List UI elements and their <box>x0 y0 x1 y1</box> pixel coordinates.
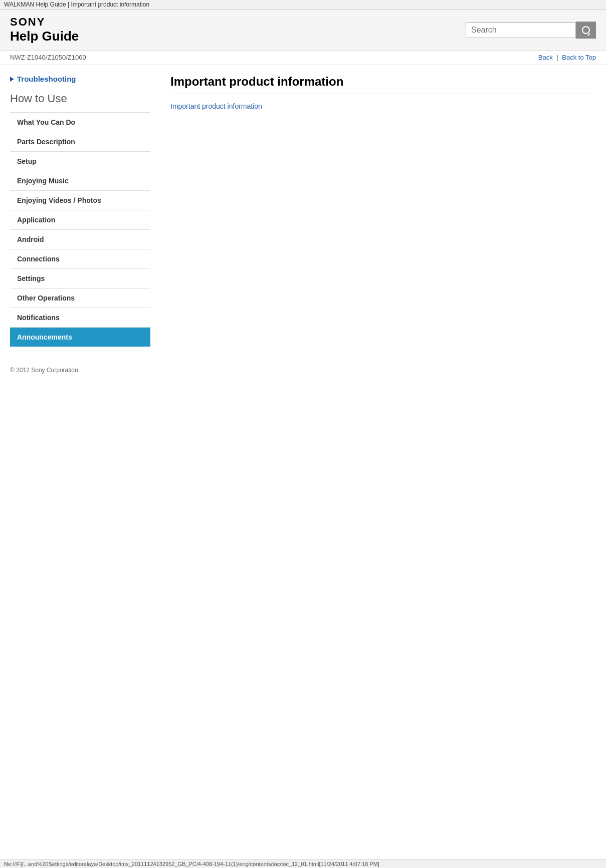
sidebar-item-other-operations[interactable]: Other Operations <box>10 288 150 308</box>
back-to-top-link[interactable]: Back to Top <box>562 54 596 61</box>
sidebar: Troubleshooting How to Use What You Can … <box>10 75 150 347</box>
sidebar-item-label-settings[interactable]: Settings <box>10 269 150 288</box>
sidebar-item-notifications[interactable]: Notifications <box>10 308 150 327</box>
sidebar-item-application[interactable]: Application <box>10 210 150 229</box>
sidebar-item-what-you-can-do[interactable]: What You Can Do <box>10 112 150 132</box>
search-button[interactable] <box>576 22 596 39</box>
sidebar-item-enjoying-videos-photos[interactable]: Enjoying Videos / Photos <box>10 190 150 210</box>
sidebar-item-label-parts-description[interactable]: Parts Description <box>10 132 150 151</box>
sidebar-item-announcements[interactable]: Announcements <box>10 327 150 347</box>
sidebar-item-label-what-you-can-do[interactable]: What You Can Do <box>10 113 150 132</box>
sidebar-item-label-setup[interactable]: Setup <box>10 152 150 171</box>
browser-title-bar: WALKMAN Help Guide | Important product i… <box>0 0 606 10</box>
header: SONY Help Guide <box>0 10 606 51</box>
how-to-use-title: How to Use <box>10 92 150 108</box>
sidebar-item-label-notifications[interactable]: Notifications <box>10 308 150 327</box>
sidebar-item-label-android[interactable]: Android <box>10 230 150 249</box>
search-container <box>466 22 596 39</box>
sidebar-menu: What You Can DoParts DescriptionSetupEnj… <box>10 112 150 347</box>
sidebar-item-label-other-operations[interactable]: Other Operations <box>10 288 150 308</box>
nav-links: Back | Back to Top <box>538 54 596 61</box>
help-guide-title: Help Guide <box>10 29 79 44</box>
sony-logo: SONY <box>10 16 79 29</box>
sidebar-item-connections[interactable]: Connections <box>10 249 150 268</box>
back-link[interactable]: Back <box>538 54 553 61</box>
sidebar-item-parts-description[interactable]: Parts Description <box>10 132 150 151</box>
browser-title: WALKMAN Help Guide | Important product i… <box>4 1 149 8</box>
sidebar-item-android[interactable]: Android <box>10 229 150 249</box>
sidebar-item-label-application[interactable]: Application <box>10 210 150 229</box>
main-layout: Troubleshooting How to Use What You Can … <box>0 65 606 357</box>
sidebar-item-enjoying-music[interactable]: Enjoying Music <box>10 171 150 190</box>
sidebar-item-label-announcements[interactable]: Announcements <box>10 328 150 347</box>
header-logo-area: SONY Help Guide <box>10 16 79 44</box>
search-input[interactable] <box>466 22 576 38</box>
sidebar-item-settings[interactable]: Settings <box>10 268 150 288</box>
search-icon <box>582 26 590 34</box>
nav-bar: NWZ-Z1040/Z1050/Z1060 Back | Back to Top <box>0 51 606 65</box>
nav-separator: | <box>556 54 558 61</box>
copyright: © 2012 Sony Corporation <box>10 367 78 374</box>
sidebar-item-label-enjoying-videos-photos[interactable]: Enjoying Videos / Photos <box>10 191 150 210</box>
page-title: Important product information <box>170 75 596 94</box>
model-number: NWZ-Z1040/Z1050/Z1060 <box>10 54 86 61</box>
troubleshooting-link[interactable]: Troubleshooting <box>10 75 150 83</box>
content-link[interactable]: Important product information <box>170 102 262 110</box>
footer: © 2012 Sony Corporation <box>0 357 606 379</box>
content-area: Important product information Important … <box>160 75 596 347</box>
troubleshooting-label: Troubleshooting <box>17 75 76 83</box>
chevron-right-icon <box>10 77 14 82</box>
sidebar-item-setup[interactable]: Setup <box>10 151 150 171</box>
sidebar-item-label-connections[interactable]: Connections <box>10 249 150 268</box>
sidebar-item-label-enjoying-music[interactable]: Enjoying Music <box>10 171 150 190</box>
